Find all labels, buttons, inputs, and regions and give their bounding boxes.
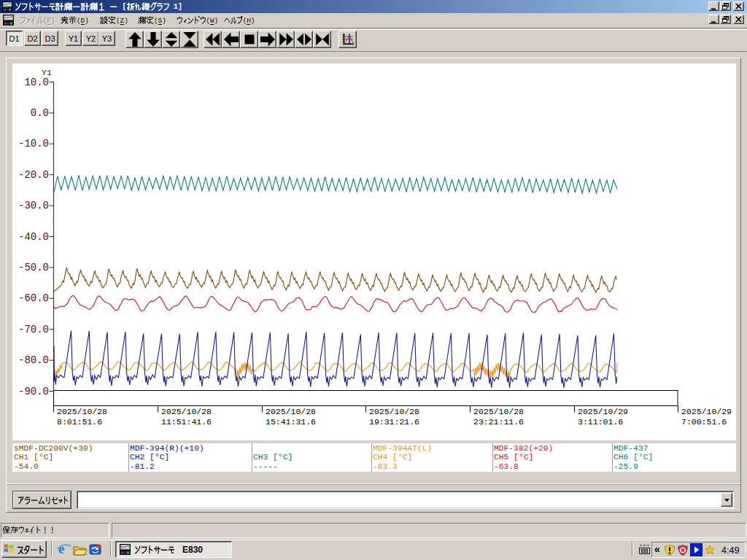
svg-text:-40.0: -40.0 [18, 231, 49, 243]
svg-text:11:51:41.6: 11:51:41.6 [161, 417, 212, 427]
svg-text:-30.0: -30.0 [18, 200, 49, 211]
svg-text:2025/10/28: 2025/10/28 [369, 407, 419, 416]
svg-text:2025/10/29: 2025/10/29 [578, 407, 628, 416]
svg-text:-10.0: -10.0 [18, 138, 49, 149]
svg-text:19:31:21.6: 19:31:21.6 [369, 417, 419, 427]
svg-text:(Z): (Z) [116, 17, 128, 24]
svg-text:15:41:31.6: 15:41:31.6 [266, 417, 316, 427]
svg-text:(S): (S) [154, 17, 166, 24]
svg-text:-70.0: -70.0 [18, 324, 49, 335]
svg-text:-50.0: -50.0 [18, 262, 49, 273]
svg-text:-20.0: -20.0 [18, 169, 49, 181]
svg-text:2025/10/28: 2025/10/28 [161, 407, 212, 416]
svg-text:0.0: 0.0 [31, 107, 49, 119]
svg-text:8:01:51.6: 8:01:51.6 [57, 417, 102, 427]
svg-text:2025/10/29: 2025/10/29 [681, 407, 732, 416]
svg-text:2025/10/28: 2025/10/28 [266, 407, 316, 416]
svg-text:[: [ [122, 2, 126, 10]
svg-text:23:21:11.6: 23:21:11.6 [473, 417, 524, 427]
svg-text:1]: 1] [174, 2, 182, 10]
svg-text:10.0: 10.0 [24, 77, 49, 88]
svg-text:-60.0: -60.0 [18, 292, 49, 304]
svg-text:(F): (F) [43, 17, 55, 24]
svg-text:7:00:51.6: 7:00:51.6 [681, 417, 727, 427]
svg-text:(H): (H) [243, 17, 255, 24]
svg-text:-80.0: -80.0 [18, 354, 49, 366]
svg-text:2025/10/28: 2025/10/28 [473, 407, 524, 416]
svg-text:2025/10/28: 2025/10/28 [57, 407, 107, 416]
svg-text:Y1: Y1 [42, 68, 52, 77]
svg-text:-90.0: -90.0 [18, 386, 49, 397]
svg-text:(W): (W) [206, 17, 217, 24]
svg-text:3:11:01.6: 3:11:01.6 [578, 417, 623, 427]
svg-text:(D): (D) [77, 17, 88, 24]
